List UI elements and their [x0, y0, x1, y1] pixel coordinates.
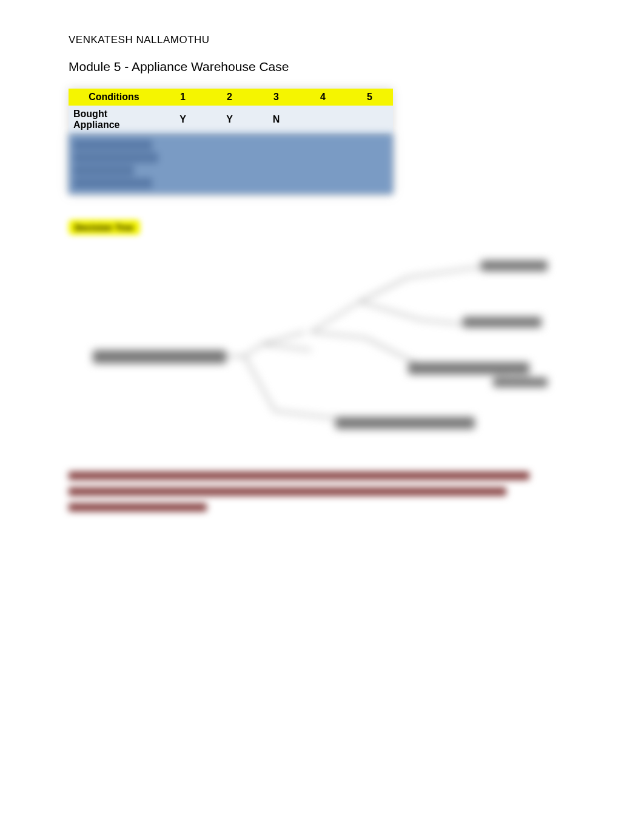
cell — [300, 106, 346, 134]
header-conditions: Conditions — [69, 89, 159, 106]
blurred-table-rows — [69, 134, 393, 194]
header-col-3: 3 — [253, 89, 300, 106]
cell: Y — [159, 106, 206, 134]
section-label: Decision Tree — [69, 220, 140, 235]
svg-rect-0 — [93, 350, 226, 363]
table-row: Bought Appliance Y Y N — [69, 106, 393, 134]
decision-tree-diagram — [69, 253, 566, 447]
document-title: Module 5 - Appliance Warehouse Case — [69, 59, 583, 74]
header-col-4: 4 — [300, 89, 346, 106]
cell: Y — [206, 106, 253, 134]
svg-rect-3 — [408, 362, 529, 374]
table-header-row: Conditions 1 2 3 4 5 — [69, 89, 393, 106]
svg-rect-4 — [493, 377, 548, 387]
header-col-5: 5 — [346, 89, 393, 106]
cell: N — [253, 106, 300, 134]
header-col-1: 1 — [159, 89, 206, 106]
svg-rect-5 — [335, 417, 475, 429]
header-col-2: 2 — [206, 89, 253, 106]
decision-table-container: Conditions 1 2 3 4 5 Bought Appliance Y … — [69, 89, 393, 194]
summary-paragraph — [69, 472, 529, 512]
svg-rect-1 — [481, 260, 548, 271]
decision-table: Conditions 1 2 3 4 5 Bought Appliance Y … — [69, 89, 393, 134]
svg-rect-2 — [463, 317, 542, 328]
row-label: Bought Appliance — [69, 106, 159, 134]
cell — [346, 106, 393, 134]
author-name: VENKATESH NALLAMOTHU — [69, 34, 583, 46]
